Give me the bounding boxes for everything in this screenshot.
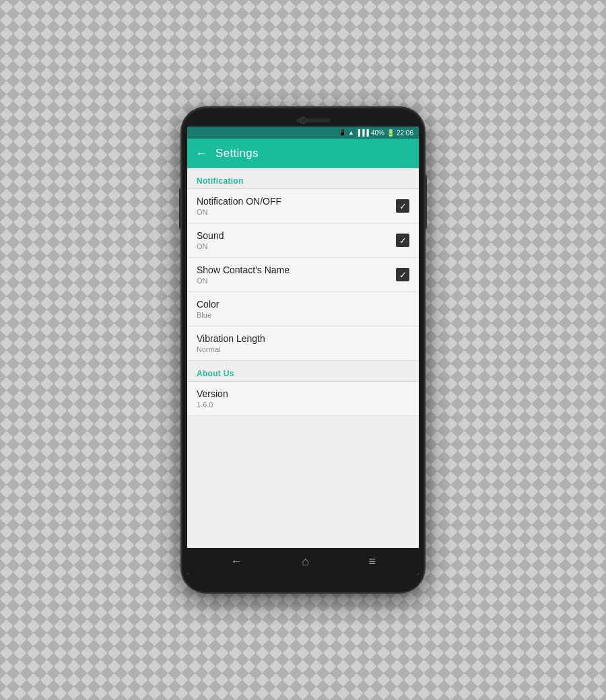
settings-item-notification-toggle[interactable]: Notification ON/OFF ON ✓ <box>187 189 419 223</box>
settings-item-vibration[interactable]: Vibration Length Normal <box>187 326 419 361</box>
back-button[interactable]: ← <box>195 147 207 161</box>
battery-icon: 🔋 <box>386 129 395 137</box>
nav-back-button[interactable]: ← <box>230 555 242 569</box>
sim-icon: 📱 <box>339 129 346 136</box>
phone-camera <box>300 117 306 124</box>
section-header-notification: Notification <box>187 168 419 189</box>
settings-item-show-contact-title: Show Contact's Name <box>197 265 290 275</box>
app-bar-title: Settings <box>215 147 259 160</box>
settings-item-vibration-text: Vibration Length Normal <box>197 333 265 353</box>
section-header-about: About Us <box>187 361 419 382</box>
status-icons: 📱 ▲ ▐▐▐ 40% 🔋 22:06 <box>339 129 413 137</box>
settings-item-color-title: Color <box>197 299 219 310</box>
settings-item-color-text: Color Blue <box>197 299 219 319</box>
settings-item-color[interactable]: Color Blue <box>187 292 419 326</box>
phone-device: 📱 ▲ ▐▐▐ 40% 🔋 22:06 ← Settings Notificat… <box>182 108 424 592</box>
settings-item-notification-toggle-title: Notification ON/OFF <box>197 196 281 207</box>
settings-item-notification-toggle-subtitle: ON <box>197 208 281 216</box>
nav-menu-button[interactable]: ≡ <box>368 555 376 569</box>
settings-item-sound[interactable]: Sound ON ✓ <box>187 223 419 258</box>
check-icon: ✓ <box>399 271 407 279</box>
settings-item-show-contact-subtitle: ON <box>197 277 290 285</box>
app-bar: ← Settings <box>187 139 419 168</box>
nav-home-button[interactable]: ⌂ <box>302 555 309 569</box>
settings-item-vibration-subtitle: Normal <box>197 345 265 353</box>
settings-item-sound-title: Sound <box>197 230 224 241</box>
wifi-icon: ▲ <box>348 129 354 136</box>
phone-bottom <box>187 575 419 584</box>
settings-item-sound-subtitle: ON <box>197 242 224 250</box>
signal-icon: ▐▐▐ <box>356 129 369 136</box>
phone-screen: 📱 ▲ ▐▐▐ 40% 🔋 22:06 ← Settings Notificat… <box>187 127 419 575</box>
settings-item-sound-text: Sound ON <box>197 230 224 250</box>
settings-item-version-text: Version 1.6.0 <box>197 388 228 409</box>
check-icon: ✓ <box>399 236 407 245</box>
checkbox-show-contact[interactable]: ✓ <box>396 268 409 281</box>
phone-top <box>187 116 419 127</box>
nav-bar: ← ⌂ ≡ <box>187 548 419 575</box>
settings-item-version-subtitle: 1.6.0 <box>197 400 228 409</box>
settings-content: Notification Notification ON/OFF ON ✓ So… <box>187 168 419 548</box>
checkbox-sound[interactable]: ✓ <box>396 234 409 247</box>
settings-item-color-subtitle: Blue <box>197 311 219 319</box>
check-icon: ✓ <box>399 202 407 211</box>
settings-item-vibration-title: Vibration Length <box>197 333 265 344</box>
status-bar: 📱 ▲ ▐▐▐ 40% 🔋 22:06 <box>187 127 419 139</box>
settings-item-version-title: Version <box>197 388 228 399</box>
checkbox-notification-toggle[interactable]: ✓ <box>396 199 409 213</box>
settings-item-notification-toggle-text: Notification ON/OFF ON <box>197 196 281 216</box>
battery-text: 40% <box>371 129 384 137</box>
status-time: 22:06 <box>397 129 413 137</box>
settings-item-version: Version 1.6.0 <box>187 382 419 416</box>
settings-item-show-contact[interactable]: Show Contact's Name ON ✓ <box>187 258 419 292</box>
settings-item-show-contact-text: Show Contact's Name ON <box>197 265 290 285</box>
